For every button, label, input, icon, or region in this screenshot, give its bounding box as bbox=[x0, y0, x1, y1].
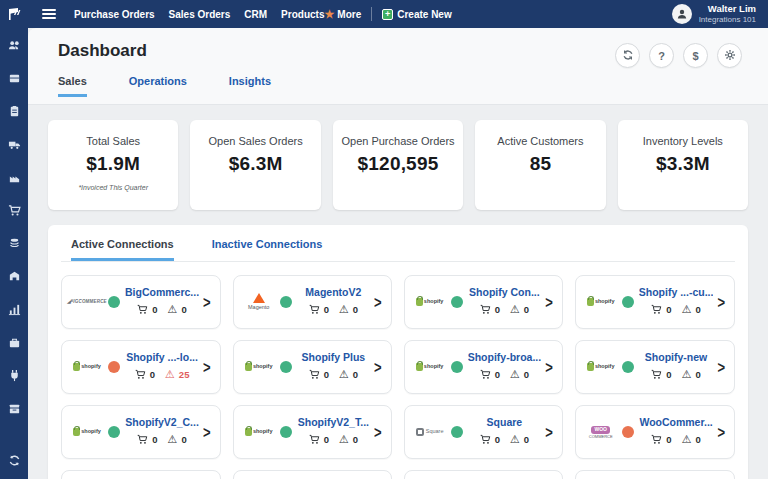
nav-item-crm[interactable]: CRM bbox=[244, 9, 267, 20]
connection-name-link[interactable]: Shopify ...-cu... bbox=[639, 286, 714, 298]
connection-name-link[interactable]: MagentoV2 bbox=[297, 286, 370, 298]
refresh-button[interactable] bbox=[615, 43, 640, 68]
menu-hamburger-icon[interactable] bbox=[34, 9, 64, 19]
sidebar-item-shipping[interactable] bbox=[7, 139, 21, 153]
warning-icon: ⚠ bbox=[339, 304, 349, 315]
chevron-right-icon[interactable]: > bbox=[545, 422, 553, 442]
more-menu[interactable]: ★ More bbox=[324, 9, 361, 20]
connection-card[interactable]: eBay 2 ⚠ > bbox=[233, 470, 392, 479]
cart-count: 0 bbox=[324, 304, 329, 315]
connection-name-link[interactable]: Shopify ...-lo... bbox=[125, 351, 199, 363]
sidebar-item-inventory[interactable] bbox=[7, 403, 21, 417]
nav-item-products[interactable]: Products bbox=[281, 9, 324, 20]
business-icon bbox=[8, 335, 21, 353]
tab-active-connections[interactable]: Active Connections bbox=[71, 238, 174, 261]
connection-name-link[interactable]: BigCommerc... bbox=[125, 286, 199, 298]
chevron-right-icon[interactable]: > bbox=[203, 422, 211, 442]
tab-sales[interactable]: Sales bbox=[58, 75, 87, 97]
connection-name-link[interactable]: Shopify-new bbox=[639, 351, 714, 363]
warning-count: 0 bbox=[353, 304, 358, 315]
user-name: Walter Lim bbox=[699, 4, 756, 15]
kpi-label: Total Sales bbox=[48, 135, 178, 147]
settings-button[interactable] bbox=[717, 43, 742, 68]
tab-inactive-connections[interactable]: Inactive Connections bbox=[212, 238, 323, 261]
app-logo-icon[interactable] bbox=[0, 6, 28, 22]
user-area[interactable]: Walter Lim Integrations 101 bbox=[672, 4, 768, 24]
chevron-right-icon[interactable]: > bbox=[374, 422, 382, 442]
chevron-right-icon[interactable]: > bbox=[374, 292, 382, 312]
connection-card[interactable]: ◢ᴮIGCOMMERCE BigCommerc... 0 ⚠ 0 > bbox=[61, 275, 221, 329]
connection-name-link[interactable]: Shopify-broa... bbox=[468, 351, 542, 363]
tab-insights[interactable]: Insights bbox=[229, 75, 271, 97]
warning-icon: ⚠ bbox=[168, 304, 178, 315]
chevron-right-icon[interactable]: > bbox=[717, 422, 725, 442]
sidebar-item-customers[interactable] bbox=[7, 40, 21, 54]
warning-count: 0 bbox=[524, 304, 529, 315]
chevron-right-icon[interactable]: > bbox=[717, 292, 725, 312]
square-logo-icon: Square bbox=[412, 428, 448, 436]
chevron-right-icon[interactable]: > bbox=[203, 357, 211, 377]
sidebar-item-reports[interactable] bbox=[7, 304, 21, 318]
settings-icon bbox=[724, 49, 736, 63]
connections-grid: ◢ᴮIGCOMMERCE BigCommerc... 0 ⚠ 0 > Magen… bbox=[61, 262, 735, 479]
connection-name-link[interactable]: Shopify Plus bbox=[297, 351, 370, 363]
connection-card[interactable]: shopify Shopify-broa... 0 ⚠ 0 > bbox=[404, 340, 563, 394]
connection-metrics: 0 ⚠ 0 bbox=[468, 431, 542, 449]
tab-operations[interactable]: Operations bbox=[129, 75, 187, 97]
connection-card[interactable]: WOOCOMMERCE WooCommer... 0 ⚠ 0 > bbox=[575, 405, 735, 459]
sidebar-item-integrations[interactable] bbox=[7, 370, 21, 384]
create-new-button[interactable]: + Create New bbox=[382, 9, 451, 20]
magento-logo-icon: Magento bbox=[241, 293, 277, 311]
connection-card[interactable]: shopify Shopify ...-cu... 0 ⚠ 0 > bbox=[575, 275, 735, 329]
connection-card[interactable]: Square Square 0 ⚠ 0 > bbox=[404, 405, 563, 459]
refresh-icon bbox=[622, 49, 634, 63]
connection-card[interactable]: shopify Shopify Plus 0 ⚠ 0 > bbox=[233, 340, 392, 394]
warning-count: 0 bbox=[524, 369, 529, 380]
user-avatar[interactable] bbox=[672, 4, 692, 24]
cart-count: 0 bbox=[666, 434, 671, 445]
integrations-icon bbox=[8, 368, 21, 386]
sidebar-item-manufacturing[interactable] bbox=[7, 172, 21, 186]
sidebar-item-sync[interactable] bbox=[7, 455, 21, 469]
connections-tabs: Active ConnectionsInactive Connections bbox=[61, 225, 735, 262]
sidebar-item-orders[interactable] bbox=[7, 106, 21, 120]
warning-icon: ⚠ bbox=[682, 369, 692, 380]
finance-icon bbox=[8, 236, 21, 254]
connection-card[interactable]: shopify ShopifyV2_C... 0 ⚠ 0 > bbox=[61, 405, 221, 459]
connection-card[interactable]: Newegg -NZ ⚠ > bbox=[575, 470, 735, 479]
warning-icon: ⚠ bbox=[510, 369, 520, 380]
connection-card[interactable]: shopify Shopify ...-lo... 0 ⚠ 25 > bbox=[61, 340, 221, 394]
connection-name-link[interactable]: WooCommer... bbox=[639, 416, 714, 428]
kpi-card: Open Purchase Orders $120,595 bbox=[333, 120, 463, 210]
connection-card[interactable]: Amazon Sell... ⚠ > bbox=[61, 470, 221, 479]
chevron-right-icon[interactable]: > bbox=[374, 357, 382, 377]
connection-card[interactable]: shopify Shopify-new 0 ⚠ 0 > bbox=[575, 340, 735, 394]
connection-name-link[interactable]: Shopify Con... bbox=[468, 286, 542, 298]
chevron-right-icon[interactable]: > bbox=[203, 292, 211, 312]
connection-card[interactable]: Magento MagentoV2 0 ⚠ 0 > bbox=[233, 275, 392, 329]
connection-metrics: 0 ⚠ 0 bbox=[125, 301, 199, 319]
shopify-logo-icon: shopify bbox=[69, 428, 105, 436]
connection-card[interactable]: shopify Shopify Con... 0 ⚠ 0 > bbox=[404, 275, 563, 329]
chevron-right-icon[interactable]: > bbox=[717, 357, 725, 377]
connection-name-link[interactable]: ShopifyV2_C... bbox=[125, 416, 199, 428]
chevron-right-icon[interactable]: > bbox=[545, 357, 553, 377]
sidebar-item-business[interactable] bbox=[7, 337, 21, 351]
page-header: Dashboard ?$ SalesOperationsInsights bbox=[28, 28, 768, 105]
nav-item-sales-orders[interactable]: Sales Orders bbox=[169, 9, 231, 20]
connection-card[interactable]: Etsy ⚠ > bbox=[404, 470, 563, 479]
warning-count: 0 bbox=[696, 304, 701, 315]
sidebar-item-finance[interactable] bbox=[7, 238, 21, 252]
sidebar-item-cart[interactable] bbox=[7, 205, 21, 219]
help-button[interactable]: ? bbox=[649, 43, 674, 68]
sidebar-item-warehouse[interactable] bbox=[7, 271, 21, 285]
connection-card[interactable]: shopify ShopifyV2_T... 0 ⚠ 0 > bbox=[233, 405, 392, 459]
connection-name-link[interactable]: ShopifyV2_T... bbox=[297, 416, 370, 428]
chevron-right-icon[interactable]: > bbox=[545, 292, 553, 312]
products-icon bbox=[8, 71, 21, 89]
connection-name-link[interactable]: Square bbox=[468, 416, 542, 428]
cart-icon bbox=[651, 366, 662, 384]
sidebar-item-products[interactable] bbox=[7, 73, 21, 87]
nav-item-purchase-orders[interactable]: Purchase Orders bbox=[74, 9, 155, 20]
currency-button[interactable]: $ bbox=[683, 43, 708, 68]
